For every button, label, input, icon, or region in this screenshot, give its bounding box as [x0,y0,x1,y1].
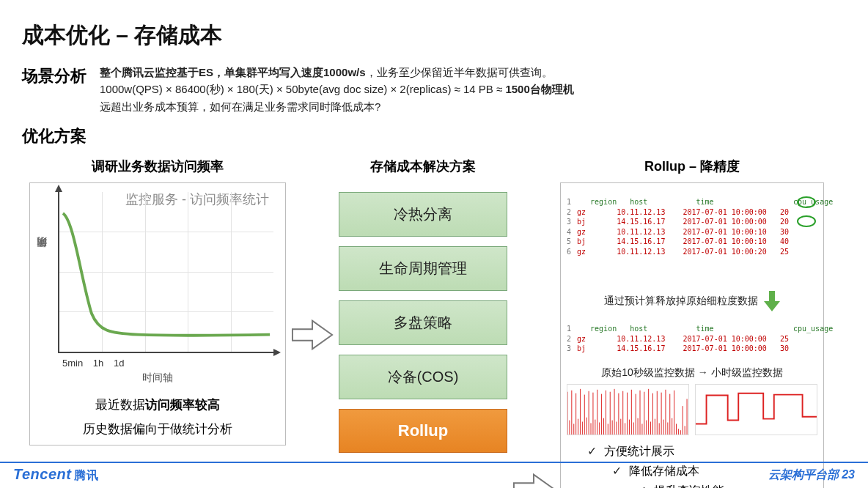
brand-en: Tencent [13,466,71,482]
col1-head: 调研业务数据访问频率 [29,158,286,175]
scene-l3: 远超出业务成本预算，如何在满足业务需求同时降低成本? [100,98,574,115]
chart-axes: 监控服务 - 访问频率统计 访问频率 [58,192,273,353]
scene-l1b: ，业务至少保留近半年数据可供查询。 [366,66,553,78]
rollup-mid2: 原始10秒级监控数据 → 小时级监控数据 [567,366,817,380]
t1r1: bj 14.15.16.17 2017-07-01 10:00:00 20 [577,218,789,226]
rollup-mid1-row: 通过预计算释放掉原始细粒度数据 [567,291,817,311]
t1r2: gz 10.11.12.13 2017-07-01 10:00:10 30 [577,228,789,236]
solution-box-2: 多盘策略 [339,300,507,345]
spark-agg [695,384,817,435]
col-research: 调研业务数据访问频率 监控服务 - 访问频率统计 访问频率 [29,158,286,446]
xtick-1: 1h [93,358,103,369]
agg-table: 1 region host time cpu_usage 2gz 10.11.1… [567,314,817,364]
green-down-arrow-icon [764,291,780,311]
slide-title: 成本优化 – 存储成本 [22,21,846,51]
t2r0: gz 10.11.12.13 2017-07-01 10:00:00 25 [577,335,789,343]
arrow-right-icon [290,318,334,352]
y-arrow-icon [55,185,62,192]
opt-label: 优化方案 [22,125,846,147]
col2-head: 存储成本解决方案 [339,158,507,175]
circle-marker-icon [797,215,816,227]
col-solutions: 存储成本解决方案 冷热分离 生命周期管理 多盘策略 冷备(COS) Rollup [339,158,507,453]
t2h: region host time cpu_usage [577,325,833,333]
chart-curve [59,192,273,341]
solution-box-3: 冷备(COS) [339,355,507,399]
footer: Tencent腾讯 云架构平台部23 [0,462,868,488]
solution-box-rollup: Rollup [339,409,507,453]
col3-head: Rollup – 降精度 [560,158,824,175]
t1r0: gz 10.11.12.13 2017-07-01 10:00:00 20 [577,208,789,216]
page-number: 云架构平台部23 [768,467,855,483]
panel1-note1: 最近数据访问频率较高 [37,396,278,413]
footer-page: 23 [842,468,855,481]
scene-l1a: 整个腾讯云监控基于ES，单集群平均写入速度1000w/s [100,66,366,78]
p1n1a: 最近数据 [95,398,145,412]
t1r3: bj 14.15.16.17 2017-07-01 10:00:10 40 [577,237,789,245]
scene-l2b: 1500台物理机 [505,83,573,95]
spark-raw [567,384,689,435]
rollup-panel: 1 region host time cpu_usage 2gz 10.11.1… [560,182,824,488]
circle-marker-icon [797,196,816,208]
t2r1: bj 14.15.16.17 2017-07-01 10:00:00 30 [577,344,789,352]
scene-label: 场景分析 [22,64,87,115]
spark-row [567,384,817,435]
brand-logo: Tencent腾讯 [13,466,98,484]
solution-box-0: 冷热分离 [339,192,507,237]
chart-xlabel: 时间轴 [37,371,278,385]
xtick-0: 5min [62,358,83,369]
footer-dept: 云架构平台部 [768,468,839,481]
bullet-0: 方便统计展示 [587,444,817,459]
col-rollup: Rollup – 降精度 1 region host time cpu_usag… [560,158,824,488]
chart-xticks: 5min 1h 1d [62,358,278,369]
panel1-note2: 历史数据偏向于做统计分析 [37,421,278,437]
x-arrow-icon [273,349,281,356]
p1n1b: 访问频率较高 [145,398,220,412]
rollup-mid1: 通过预计算释放掉原始细粒度数据 [604,295,758,308]
chart-panel: 监控服务 - 访问频率统计 访问频率 5min 1h 1d [29,182,286,446]
solution-box-1: 生命周期管理 [339,246,507,291]
scene-body: 整个腾讯云监控基于ES，单集群平均写入速度1000w/s，业务至少保留近半年数据… [100,64,574,115]
xtick-2: 1d [114,358,124,369]
t1h: region host time cpu_usage [577,198,833,206]
t1r4: gz 10.11.12.13 2017-07-01 10:00:20 25 [577,248,789,256]
raw-table: 1 region host time cpu_usage 2gz 10.11.1… [567,188,817,286]
brand-cn: 腾讯 [74,469,98,481]
scene-l2a: 1000w(QPS) × 86400(秒) × 180(天) × 50byte(… [100,83,505,95]
